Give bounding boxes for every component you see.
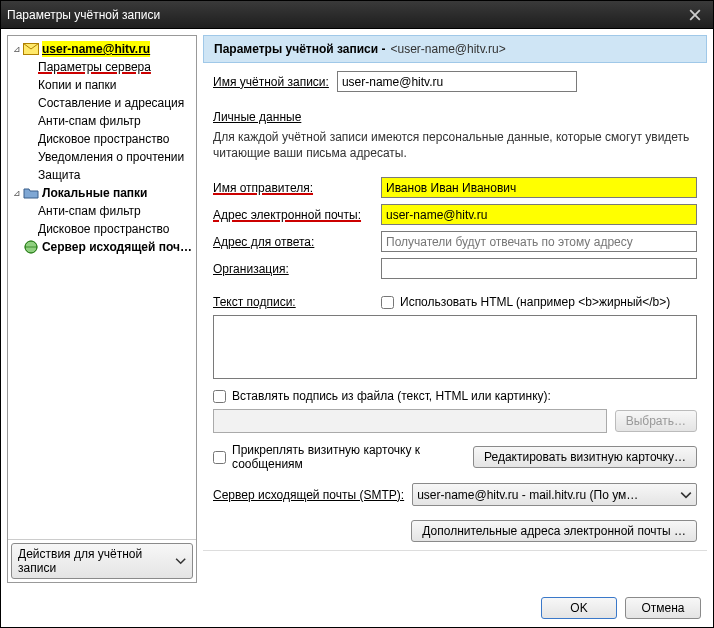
twisty-open-icon: ⊿	[12, 45, 21, 54]
panel-title: Параметры учётной записи -	[214, 42, 385, 56]
tree-item-server-params[interactable]: Параметры сервера	[10, 58, 194, 76]
smtp-server-dropdown[interactable]: user-name@hitv.ru - mail.hitv.ru (По ум…	[412, 483, 697, 506]
panel-header: Параметры учётной записи - <user-name@hi…	[203, 35, 707, 63]
choose-file-button: Выбрать…	[615, 410, 697, 432]
tree-item-label: Дисковое пространство	[38, 131, 170, 147]
tree-item-label: Параметры сервера	[38, 59, 151, 75]
tree-item-receipts[interactable]: Уведомления о прочтении	[10, 148, 194, 166]
tree-item-label: Дисковое пространство	[38, 221, 170, 237]
window-title: Параметры учётной записи	[7, 8, 160, 22]
account-actions-label: Действия для учётной записи	[18, 547, 175, 575]
dialog-button-row: OK Отмена	[1, 589, 713, 627]
tree-item-local-disk[interactable]: Дисковое пространство	[10, 220, 194, 238]
sidebar-footer: Действия для учётной записи	[8, 539, 196, 582]
account-sidebar: ⊿ user-name@hitv.ru Параметры сервера Ко…	[7, 35, 197, 583]
sig-file-label: Вставлять подпись из файла (текст, HTML …	[232, 389, 551, 403]
edit-vcard-button[interactable]: Редактировать визитную карточку…	[473, 446, 697, 468]
account-label: user-name@hitv.ru	[42, 41, 150, 57]
twisty-open-icon: ⊿	[12, 189, 21, 198]
folder-icon	[23, 185, 39, 201]
local-folders-label: Локальные папки	[42, 185, 148, 201]
extra-addresses-button[interactable]: Дополнительные адреса электронной почты …	[411, 520, 697, 542]
close-icon	[689, 9, 701, 21]
tree-item-label: Составление и адресация	[38, 95, 184, 111]
smtp-server-value: user-name@hitv.ru - mail.hitv.ru (По ум…	[417, 488, 638, 502]
tree-item-label: Копии и папки	[38, 77, 117, 93]
sig-html-label: Использовать HTML (например <b>жирный</b…	[400, 295, 670, 309]
vcard-label: Прикреплять визитную карточку к сообщени…	[232, 443, 432, 471]
email-label: Адрес электронной почты:	[213, 208, 373, 222]
tree-item-label: Анти-спам фильтр	[38, 203, 141, 219]
sender-name-label: Имя отправителя:	[213, 181, 373, 195]
ok-button[interactable]: OK	[541, 597, 617, 619]
org-input[interactable]	[381, 258, 697, 279]
mail-icon	[23, 41, 39, 57]
tree-item-antispam[interactable]: Анти-спам фильтр	[10, 112, 194, 130]
tree-account-root[interactable]: ⊿ user-name@hitv.ru	[10, 40, 194, 58]
account-tree: ⊿ user-name@hitv.ru Параметры сервера Ко…	[8, 36, 196, 539]
sig-file-path-input	[213, 409, 607, 433]
sig-label: Текст подписи:	[213, 295, 373, 309]
signature-textarea[interactable]	[213, 315, 697, 379]
sig-html-checkbox[interactable]	[381, 296, 394, 309]
tree-local-folders[interactable]: ⊿ Локальные папки	[10, 184, 194, 202]
tree-smtp[interactable]: ⊿ Сервер исходящей поч…	[10, 238, 194, 256]
sig-file-checkbox[interactable]	[213, 390, 226, 403]
sender-name-input[interactable]	[381, 177, 697, 198]
settings-panel: Параметры учётной записи - <user-name@hi…	[203, 35, 707, 583]
tree-item-label: Анти-спам фильтр	[38, 113, 141, 129]
globe-icon	[23, 239, 39, 255]
smtp-label: Сервер исходящей поч…	[42, 239, 192, 255]
titlebar: Параметры учётной записи	[1, 1, 713, 29]
tree-item-copies[interactable]: Копии и папки	[10, 76, 194, 94]
tree-item-disk[interactable]: Дисковое пространство	[10, 130, 194, 148]
tree-item-label: Уведомления о прочтении	[38, 149, 184, 165]
personal-section-desc: Для каждой учётной записи имеются персон…	[213, 130, 697, 161]
account-actions-button[interactable]: Действия для учётной записи	[11, 543, 193, 579]
tree-item-local-antispam[interactable]: Анти-спам фильтр	[10, 202, 194, 220]
tree-item-compose[interactable]: Составление и адресация	[10, 94, 194, 112]
cancel-button[interactable]: Отмена	[625, 597, 701, 619]
email-input[interactable]	[381, 204, 697, 225]
tree-item-label: Защита	[38, 167, 81, 183]
form-area: Имя учётной записи: Личные данные Для ка…	[203, 63, 707, 546]
replyto-input[interactable]	[381, 231, 697, 252]
account-name-label: Имя учётной записи:	[213, 75, 329, 89]
dialog-window: Параметры учётной записи ⊿ user-name@hit…	[0, 0, 714, 628]
smtp-server-label: Сервер исходящей почты (SMTP):	[213, 488, 404, 502]
panel-subtitle: <user-name@hitv.ru>	[390, 42, 505, 56]
account-name-input[interactable]	[337, 71, 577, 92]
personal-section-title: Личные данные	[213, 110, 697, 124]
chevron-down-icon	[680, 489, 692, 501]
close-button[interactable]	[683, 6, 707, 24]
tree-item-security[interactable]: Защита	[10, 166, 194, 184]
replyto-label: Адрес для ответа:	[213, 235, 373, 249]
vcard-checkbox[interactable]	[213, 451, 226, 464]
chevron-down-icon	[175, 555, 186, 567]
org-label: Организация:	[213, 262, 373, 276]
